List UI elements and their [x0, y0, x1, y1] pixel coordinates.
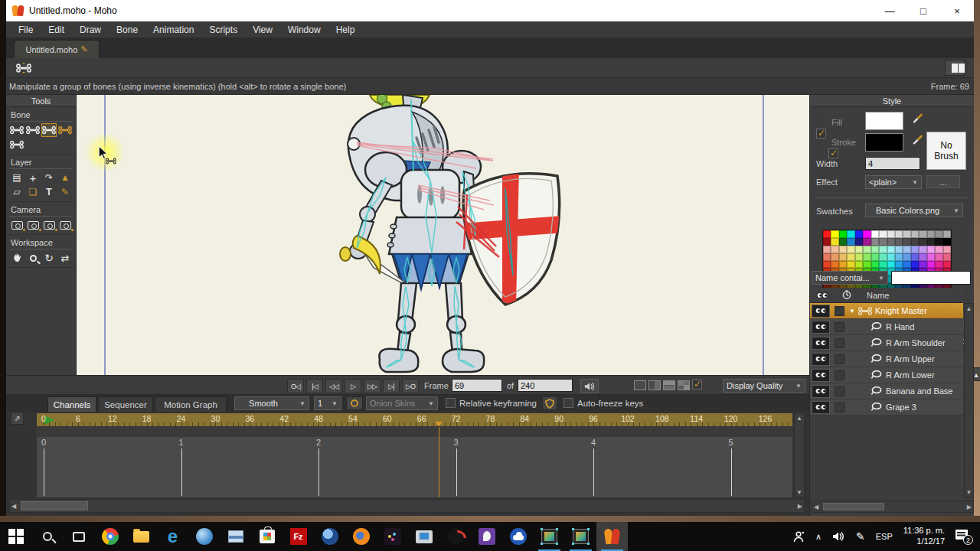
- scroll-up-icon[interactable]: ▲: [965, 305, 973, 312]
- visibility-toggle[interactable]: [812, 401, 830, 414]
- pan-workspace-tool[interactable]: [9, 251, 24, 265]
- palette-color[interactable]: [943, 246, 951, 253]
- close-button[interactable]: ×: [940, 0, 974, 21]
- magnet-tool[interactable]: ▲: [57, 171, 73, 184]
- palette-color[interactable]: [823, 246, 831, 253]
- palette-color[interactable]: [903, 246, 910, 253]
- layer-checkbox[interactable]: [835, 370, 844, 380]
- split-3-view-button[interactable]: [663, 380, 675, 390]
- no-brush-button[interactable]: No Brush: [926, 132, 966, 170]
- scroll-left-icon[interactable]: ◀: [814, 501, 818, 512]
- palette-color[interactable]: [879, 261, 887, 269]
- prev-frame-button[interactable]: ◁◁: [325, 379, 342, 393]
- zoom-workspace-tool[interactable]: [25, 251, 41, 265]
- layer-checkbox[interactable]: [835, 403, 844, 412]
- keyframe-shield-button[interactable]: [542, 396, 557, 410]
- palette-color[interactable]: [855, 253, 863, 261]
- first-frame-button[interactable]: |◁: [306, 379, 323, 393]
- scrollbar-thumb[interactable]: [21, 501, 88, 510]
- palette-color[interactable]: [919, 238, 926, 246]
- layer-row[interactable]: R Arm Shoulder: [810, 335, 963, 351]
- edge-taskbar-button[interactable]: e: [157, 522, 188, 551]
- fill-eyedropper-icon[interactable]: [911, 112, 923, 124]
- palette-color[interactable]: [887, 230, 895, 238]
- scroll-right-icon[interactable]: ▶: [967, 501, 972, 512]
- paint-brush-tool[interactable]: ✎: [57, 185, 73, 199]
- palette-color[interactable]: [871, 246, 879, 253]
- text-tool[interactable]: T: [41, 185, 57, 199]
- palette-color[interactable]: [839, 246, 847, 253]
- language-indicator[interactable]: ESP: [876, 532, 893, 541]
- scroll-down-icon[interactable]: ▼: [795, 489, 804, 496]
- palette-color[interactable]: [935, 246, 942, 253]
- layer-checkbox[interactable]: [835, 322, 844, 332]
- palette-color[interactable]: [839, 230, 847, 238]
- palette-color[interactable]: [887, 253, 895, 261]
- loop-end-button[interactable]: ▷O: [402, 379, 419, 393]
- hidden-icons-chevron[interactable]: ∧: [815, 532, 822, 542]
- zoom-camera-tool[interactable]: [25, 218, 41, 232]
- palette-color[interactable]: [863, 238, 871, 246]
- task-view-taskbar-button[interactable]: [63, 522, 94, 551]
- orbit-workspace-tool[interactable]: ⇄: [57, 251, 73, 265]
- step-dropdown[interactable]: 1: [314, 396, 341, 410]
- palette-color[interactable]: [863, 261, 871, 269]
- palette-color[interactable]: [831, 253, 838, 261]
- palette-color[interactable]: [919, 261, 926, 269]
- visibility-toggle[interactable]: [812, 369, 830, 382]
- translate-bone-tool[interactable]: [25, 123, 41, 137]
- file-explorer-taskbar-button[interactable]: [126, 522, 157, 551]
- quad-view-button[interactable]: [678, 380, 690, 390]
- draw-shape-tool[interactable]: ▤: [9, 171, 24, 184]
- playhead-marker[interactable]: [435, 422, 443, 426]
- palette-color[interactable]: [823, 230, 831, 238]
- timeline-expand-button[interactable]: ⇗: [11, 412, 24, 425]
- palette-color[interactable]: [911, 238, 919, 246]
- start-taskbar-button[interactable]: [0, 522, 31, 551]
- add-point-tool[interactable]: +: [25, 171, 41, 184]
- app-dark-taskbar-button[interactable]: [377, 522, 408, 551]
- palette-color[interactable]: [839, 261, 847, 269]
- visibility-toggle[interactable]: [812, 321, 830, 334]
- scroll-up-icon[interactable]: ▲: [795, 415, 804, 422]
- palette-color[interactable]: [871, 230, 879, 238]
- stroke-checkbox[interactable]: [828, 148, 838, 158]
- pan-tilt-camera-tool[interactable]: [57, 218, 73, 232]
- canvas[interactable]: [77, 95, 809, 375]
- palette-color[interactable]: [927, 246, 935, 253]
- menu-file[interactable]: File: [11, 21, 41, 38]
- palette-color[interactable]: [839, 238, 847, 246]
- effect-more-button[interactable]: ...: [926, 175, 960, 188]
- palette-color[interactable]: [855, 261, 863, 269]
- archive-app-taskbar-button[interactable]: [220, 522, 251, 551]
- chrome-taskbar-button[interactable]: [94, 522, 126, 551]
- palette-color[interactable]: [895, 261, 903, 269]
- palette-color[interactable]: [895, 238, 903, 246]
- palette-color[interactable]: [879, 246, 887, 253]
- moho-taskbar-button[interactable]: [596, 522, 628, 551]
- thunderbird-taskbar-button[interactable]: [314, 522, 345, 551]
- stroke-eyedropper-icon[interactable]: [911, 133, 923, 145]
- palette-color[interactable]: [831, 230, 838, 238]
- palette-color[interactable]: [879, 230, 887, 238]
- palette-color[interactable]: [839, 253, 847, 261]
- select-bone-tool[interactable]: [9, 123, 24, 137]
- menu-draw[interactable]: Draw: [72, 21, 109, 38]
- timeline-tracks[interactable]: 012345: [37, 427, 792, 497]
- menu-scripts[interactable]: Scripts: [201, 21, 245, 38]
- fill-color-swatch[interactable]: [865, 112, 903, 130]
- layer-checkbox[interactable]: [835, 354, 844, 364]
- layer-checkbox[interactable]: [835, 386, 844, 396]
- single-view-button[interactable]: [634, 380, 646, 390]
- palette-color[interactable]: [879, 238, 887, 246]
- rotate-workspace-tool[interactable]: ↻: [41, 251, 57, 265]
- image-viewer-1-taskbar-button[interactable]: [534, 522, 565, 551]
- curvature-tool[interactable]: ↷: [41, 171, 57, 184]
- swatches-dropdown[interactable]: Basic Colors.png: [865, 204, 963, 217]
- layer-row[interactable]: Banana and Base: [810, 383, 963, 399]
- palette-color[interactable]: [919, 246, 926, 253]
- play-button[interactable]: ▷: [345, 379, 361, 393]
- stroke-color-swatch[interactable]: [865, 133, 903, 152]
- track-camera-tool[interactable]: [9, 218, 24, 232]
- scrollbar-thumb[interactable]: [823, 503, 884, 510]
